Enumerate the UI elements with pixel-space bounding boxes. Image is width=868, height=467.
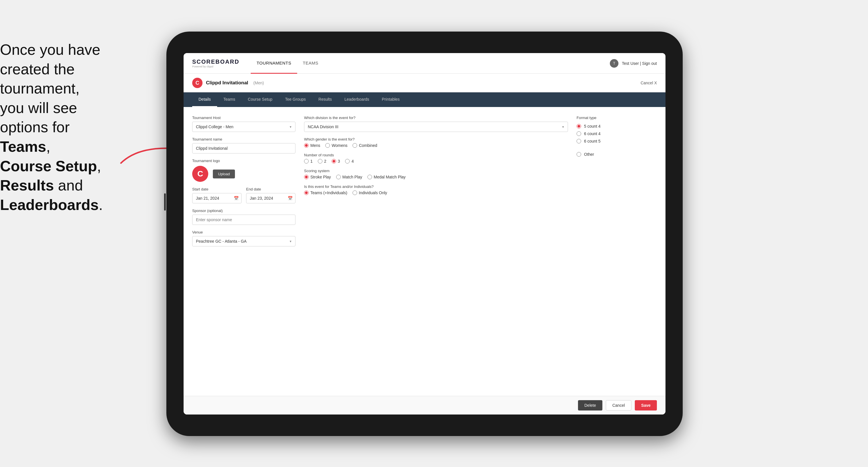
format-radio-group: 5 count 4 6 count 4 6 count 5 (577, 124, 657, 157)
format-6count5[interactable]: 6 count 5 (577, 139, 657, 144)
scoring-match[interactable]: Match Play (336, 175, 362, 179)
cancel-button[interactable]: Cancel X (641, 81, 657, 85)
venue-select-wrapper: Peachtree GC - Atlanta - GA (192, 236, 296, 246)
format-other-radio[interactable] (577, 152, 581, 157)
save-button[interactable]: Save (635, 400, 657, 410)
end-date-group: End date (246, 187, 296, 204)
tab-teams[interactable]: Teams (217, 92, 242, 107)
format-other[interactable]: Other (577, 152, 657, 157)
sponsor-input[interactable] (192, 215, 296, 225)
tab-printables[interactable]: Printables (375, 92, 406, 107)
individuals-only[interactable]: Individuals Only (352, 190, 387, 195)
start-date-input[interactable] (192, 193, 242, 204)
tournament-host-label: Tournament Host (192, 116, 296, 120)
main-content: Tournament Host Clippd College - Men Tou… (184, 107, 665, 396)
venue-select[interactable]: Peachtree GC - Atlanta - GA (192, 236, 296, 246)
rounds-3-radio[interactable] (332, 159, 336, 163)
tablet-side-button (164, 193, 166, 211)
gender-mens-radio[interactable] (304, 143, 309, 148)
tablet-frame: SCOREBOARD Powered by clippd TOURNAMENTS… (166, 32, 683, 436)
logo-upload-area: C Upload (192, 166, 296, 182)
instruction-text: Once you have created the tournament, yo… (0, 40, 129, 215)
cancel-footer-button[interactable]: Cancel (606, 400, 632, 410)
end-date-wrapper (246, 193, 296, 204)
nav-link-teams[interactable]: TEAMS (297, 53, 324, 74)
form-left: Tournament Host Clippd College - Men Tou… (192, 116, 296, 390)
teams-plus-individuals[interactable]: Teams (+Individuals) (304, 190, 347, 195)
upload-button[interactable]: Upload (213, 169, 235, 179)
scoring-match-radio[interactable] (336, 175, 341, 179)
gender-group: Which gender is the event for? Mens Wome… (304, 137, 568, 148)
format-6count5-radio[interactable] (577, 139, 581, 144)
nav-link-tournaments[interactable]: TOURNAMENTS (251, 53, 297, 74)
individuals-only-radio[interactable] (352, 190, 357, 195)
tab-tee-groups[interactable]: Tee Groups (279, 92, 312, 107)
scoring-medal-radio[interactable] (368, 175, 372, 179)
gender-womens[interactable]: Womens (325, 143, 347, 148)
tab-results[interactable]: Results (312, 92, 338, 107)
scoring-medal[interactable]: Medal Match Play (368, 175, 406, 179)
tab-leaderboards[interactable]: Leaderboards (338, 92, 375, 107)
division-label: Which division is the event for? (304, 116, 568, 120)
tournament-host-group: Tournament Host Clippd College - Men (192, 116, 296, 132)
rounds-label: Number of rounds (304, 153, 568, 157)
gender-combined[interactable]: Combined (352, 143, 377, 148)
division-select-wrapper: NCAA Division III (304, 122, 568, 132)
tournament-name-label: Tournament name (192, 137, 296, 142)
tablet-screen: SCOREBOARD Powered by clippd TOURNAMENTS… (184, 53, 665, 414)
gender-mens[interactable]: Mens (304, 143, 320, 148)
rounds-1[interactable]: 1 (304, 159, 313, 163)
end-date-input[interactable] (246, 193, 296, 204)
scoring-stroke-radio[interactable] (304, 175, 309, 179)
user-text[interactable]: Test User | Sign out (622, 61, 657, 66)
tournament-host-select[interactable]: Clippd College - Men (192, 122, 296, 132)
tournament-gender: (Men) (253, 81, 264, 85)
scoring-stroke[interactable]: Stroke Play (304, 175, 331, 179)
start-date-label: Start date (192, 187, 242, 191)
end-date-label: End date (246, 187, 296, 191)
tournament-host-select-wrapper: Clippd College - Men (192, 122, 296, 132)
teams-plus-radio[interactable] (304, 190, 309, 195)
sub-tabs: Details Teams Course Setup Tee Groups Re… (184, 92, 665, 107)
logo-sub-text: Powered by clippd (192, 65, 239, 68)
venue-label: Venue (192, 230, 296, 235)
rounds-4-radio[interactable] (345, 159, 350, 163)
tournament-title-area: C Clippd Invitational (Men) (192, 78, 264, 88)
rounds-1-radio[interactable] (304, 159, 309, 163)
division-select[interactable]: NCAA Division III (304, 122, 568, 132)
gender-radio-group: Mens Womens Combined (304, 143, 568, 148)
teams-radio-group: Teams (+Individuals) Individuals Only (304, 190, 568, 195)
tab-details[interactable]: Details (192, 92, 217, 107)
scoring-radio-group: Stroke Play Match Play Medal Match Play (304, 175, 568, 179)
format-6count4-radio[interactable] (577, 131, 581, 136)
tournament-logo-label: Tournament logo (192, 159, 296, 163)
tournament-header: C Clippd Invitational (Men) Cancel X (184, 74, 665, 92)
date-row: Start date End date (192, 187, 296, 204)
sponsor-group: Sponsor (optional) (192, 209, 296, 225)
rounds-radio-group: 1 2 3 4 (304, 159, 568, 163)
scoring-label: Scoring system (304, 169, 568, 173)
tournament-name-group: Tournament name (192, 137, 296, 153)
delete-button[interactable]: Delete (578, 400, 602, 410)
bottom-bar: Delete Cancel Save (184, 396, 665, 414)
start-date-wrapper (192, 193, 242, 204)
gender-womens-radio[interactable] (325, 143, 330, 148)
format-6count4[interactable]: 6 count 4 (577, 131, 657, 136)
top-nav: SCOREBOARD Powered by clippd TOURNAMENTS… (184, 53, 665, 74)
tournament-name-input[interactable] (192, 143, 296, 153)
format-5count4-radio[interactable] (577, 124, 581, 128)
rounds-2[interactable]: 2 (318, 159, 327, 163)
tab-course-setup[interactable]: Course Setup (242, 92, 279, 107)
format-5count4[interactable]: 5 count 4 (577, 124, 657, 128)
scoring-group: Scoring system Stroke Play Match Play (304, 169, 568, 179)
form-grid: Tournament Host Clippd College - Men Tou… (192, 116, 657, 390)
gender-combined-radio[interactable] (352, 143, 357, 148)
form-right: Format type 5 count 4 6 count 4 (577, 116, 657, 390)
logo-text: SCOREBOARD (192, 59, 239, 65)
rounds-3[interactable]: 3 (332, 159, 340, 163)
tournament-name: Clippd Invitational (206, 80, 248, 86)
rounds-group: Number of rounds 1 2 (304, 153, 568, 163)
rounds-2-radio[interactable] (318, 159, 322, 163)
format-type-group: Format type 5 count 4 6 count 4 (577, 116, 657, 157)
rounds-4[interactable]: 4 (345, 159, 354, 163)
